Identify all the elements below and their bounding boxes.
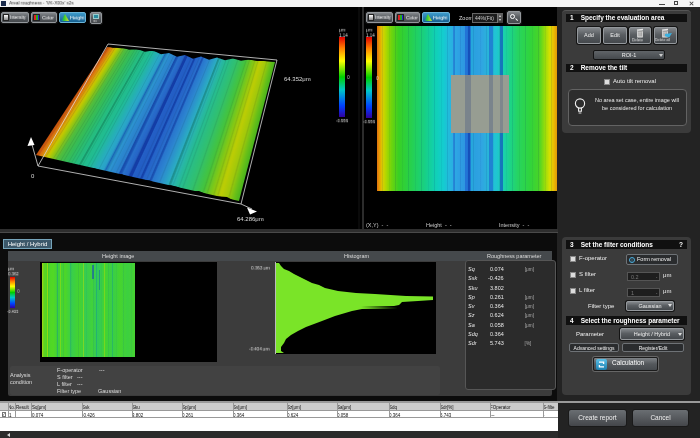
svg-text:64.286μm: 64.286μm <box>237 216 264 222</box>
svg-text:0: 0 <box>31 173 35 179</box>
svg-text:64.352μm: 64.352μm <box>284 76 311 82</box>
